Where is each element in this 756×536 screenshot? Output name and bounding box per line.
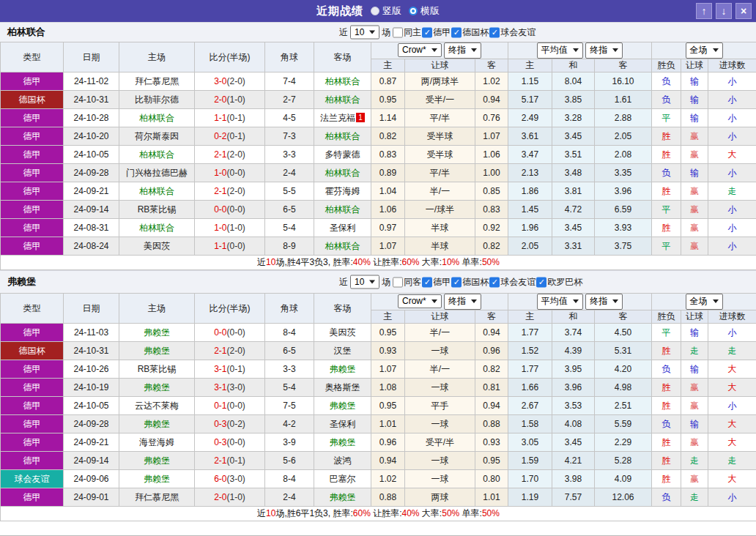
match-row: 德甲24-09-14弗赖堡2-1(0-1)5-6波鸿0.94一球0.951.59… [1,452,756,470]
odds-provider-select[interactable]: Crow* [398,43,442,57]
handicap-home-odds: 1.06 [371,201,405,219]
avg-home-odds: 1.52 [508,342,552,360]
away-team-name[interactable]: 柏林联合 [325,204,360,215]
result-goals: 大 [708,146,756,164]
away-team-name[interactable]: 汉堡 [334,346,352,356]
column-header-2: 主场 [119,42,195,72]
scope-select[interactable]: 全场 [686,42,723,59]
corner-cell: 5-4 [265,219,314,237]
away-team: 柏林联合 [314,201,371,219]
away-team-name[interactable]: 柏林联合 [325,94,360,105]
handicap-home-odds: 0.96 [371,433,405,452]
filter-league-checkbox-0[interactable]: ✓德甲 [422,276,451,289]
home-team-name[interactable]: 拜仁慕尼黑 [135,76,179,86]
home-team-name[interactable]: 美因茨 [144,241,170,251]
away-team-name[interactable]: 美因茨 [330,327,356,338]
filter-league-checkbox-1[interactable]: ✓德国杯 [451,276,489,289]
home-team-name[interactable]: 比勒菲尔德 [135,94,179,105]
handicap-away-odds: 0.92 [475,219,508,237]
avg-home-odds: 1.15 [508,72,552,91]
home-team-name[interactable]: 柏林联合 [139,223,174,233]
odds-provider-select[interactable]: Crow* [398,294,442,308]
average-final-select[interactable]: 终指 [585,42,623,59]
odds-final-select[interactable]: 终指 [444,42,481,59]
home-team-name[interactable]: 荷尔斯泰因 [135,131,179,141]
home-team-name[interactable]: 海登海姆 [139,437,174,447]
filter-league-checkbox-3[interactable]: ✓欧罗巴杯 [536,276,582,289]
filter-same-venue-checkbox[interactable]: 同主 [393,26,421,39]
average-select[interactable]: 平均值 [537,294,583,310]
avg-draw-odds: 3.51 [552,146,595,164]
odds-final-select[interactable]: 终指 [444,294,481,310]
away-team-name[interactable]: 柏林联合 [325,131,360,141]
home-team-name[interactable]: 柏林联合 [139,149,174,160]
layout-vertical-radio[interactable]: 竖版 [371,4,401,18]
corner-cell: 8-4 [265,470,314,488]
home-team-name[interactable]: 弗赖堡 [144,474,170,484]
filter-league-checkbox-2[interactable]: ✓球会友谊 [489,26,536,39]
home-team-name[interactable]: 门兴格拉德巴赫 [126,168,188,178]
filter-league-checkbox-0[interactable]: ✓德甲 [422,26,451,39]
scope-select[interactable]: 全场 [686,294,723,310]
close-button[interactable]: × [735,3,752,19]
away-team-name[interactable]: 弗赖堡 [330,364,356,374]
fulltime-score: 0-3 [214,437,226,447]
league-cell: 德甲 [1,182,64,201]
match-row: 德甲24-10-05云达不莱梅0-1(0-0)7-5弗赖堡0.95平手0.942… [1,397,756,415]
sub-header-6: 胜负 [652,59,681,72]
home-team-name[interactable]: 弗赖堡 [144,455,170,466]
home-team-name[interactable]: 柏林联合 [139,186,174,196]
home-team-name[interactable]: 拜仁慕尼黑 [135,492,179,502]
home-team-name[interactable]: 弗赖堡 [144,327,170,338]
chevron-down-icon [369,30,375,34]
filter-same-venue-checkbox[interactable]: 同客 [393,276,421,289]
home-team-name[interactable]: RB莱比锡 [138,204,177,215]
away-team-name[interactable]: 圣保利 [330,419,356,429]
away-team-name[interactable]: 波鸿 [334,455,352,466]
away-team-name[interactable]: 弗赖堡 [330,401,356,411]
away-team-name[interactable]: 柏林联合 [325,241,360,251]
handicap-away-odds: 0.83 [475,201,508,219]
handicap-line: 半/一 [405,360,475,379]
match-count-select[interactable]: 10 [350,275,379,289]
results-table: 类型日期主场比分(半场)角球客场Crow* 终指平均值 终指全场主让球客主和客胜… [0,42,756,270]
away-team-name[interactable]: 奥格斯堡 [325,382,360,392]
layout-horizontal-radio[interactable]: 横版 [409,4,440,18]
match-count-select[interactable]: 10 [350,26,379,40]
away-team-name[interactable]: 柏林联合 [325,76,360,86]
filter-league-checkbox-2[interactable]: ✓球会友谊 [489,276,536,289]
away-team-name[interactable]: 多特蒙德 [325,149,360,160]
near-label: 近 [339,276,348,289]
away-team-name[interactable]: 霍芬海姆 [325,186,360,196]
away-team-name[interactable]: 圣保利 [330,223,356,233]
average-final-select[interactable]: 终指 [585,294,623,310]
average-select[interactable]: 平均值 [537,42,583,59]
score-cell: 0-0(0-0) [195,324,265,342]
home-team-name[interactable]: 云达不莱梅 [135,401,179,411]
home-team-name[interactable]: 弗赖堡 [144,419,170,429]
away-team-name[interactable]: 柏林联合 [325,168,360,178]
move-up-button[interactable]: ↑ [696,3,712,19]
home-team-name[interactable]: 弗赖堡 [144,382,170,392]
filter-league-checkbox-1[interactable]: ✓德国杯 [451,26,489,39]
league-cell: 德甲 [1,201,64,219]
halftime-score: (0-1) [227,113,245,123]
avg-draw-odds: 4.08 [552,415,595,433]
move-down-button[interactable]: ↓ [716,3,732,19]
away-team-name[interactable]: 弗赖堡 [330,492,356,502]
radio-off-icon [371,7,379,15]
avg-draw-odds: 3.45 [552,219,595,237]
halftime-score: (0-0) [227,437,245,447]
handicap-line: 半球 [405,219,475,237]
home-team-name[interactable]: 柏林联合 [139,113,174,123]
home-team-name[interactable]: RB莱比锡 [138,364,177,374]
column-header-1: 日期 [64,294,119,324]
away-team-name[interactable]: 巴塞尔 [330,474,356,484]
home-team-name[interactable]: 弗赖堡 [144,346,170,356]
away-team-name[interactable]: 弗赖堡 [330,437,356,447]
away-team-name[interactable]: 法兰克福 [320,113,355,123]
fulltime-score: 3-0 [214,76,226,86]
handicap-line: 半/一 [405,182,475,201]
match-row: 球会友谊24-09-06弗赖堡6-0(3-0)8-4巴塞尔1.02一球0.801… [1,470,756,488]
handicap-line: 平手 [405,397,475,415]
